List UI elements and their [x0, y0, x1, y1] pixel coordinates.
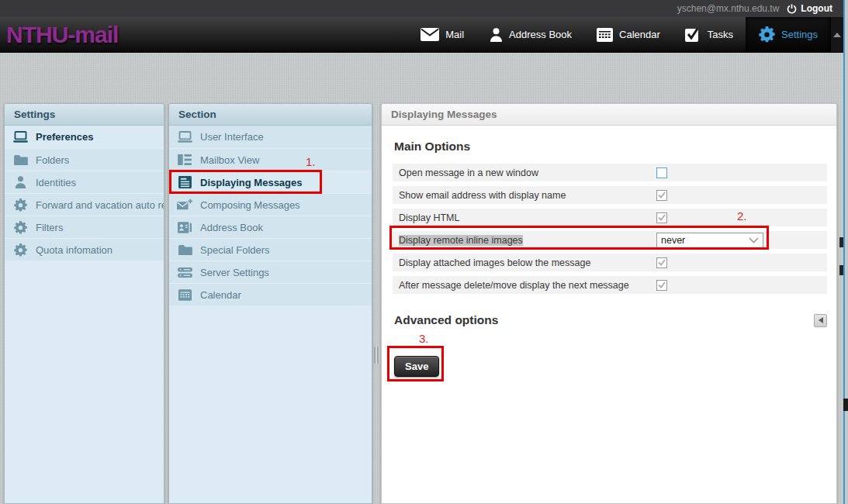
nav-label: Mail [445, 29, 464, 40]
content-panel: Displaying Messages Main Options Open me… [381, 103, 837, 504]
sidebar-item-identities[interactable]: Identities [5, 171, 164, 193]
gear-icon [12, 221, 28, 234]
item-label: Preferences [36, 131, 93, 143]
person-icon [489, 28, 503, 42]
display-attached-images-checkbox[interactable] [656, 257, 667, 268]
advanced-options-row: Advanced options [393, 313, 827, 327]
sidebar-item-folders[interactable]: Folders [5, 148, 164, 171]
display-html-checkbox[interactable] [656, 212, 667, 223]
section-item-composing-messages[interactable]: Composing Messages [169, 193, 372, 216]
item-label: Calendar [200, 289, 241, 301]
background-window-fragment [843, 399, 848, 411]
app-logo: NTHU-mail [6, 22, 118, 48]
settings-panel-title: Settings [5, 104, 164, 126]
nav-tab-calendar[interactable]: Calendar [584, 17, 673, 52]
option-row-display-html: Display HTML [393, 209, 827, 226]
top-bar: yschen@mx.nthu.edu.tw Logout [0, 0, 843, 17]
item-label: Forward and vacation auto re [36, 199, 164, 211]
sidebar-item-filters[interactable]: Filters [5, 216, 164, 238]
item-label: User Interface [200, 131, 264, 143]
settings-panel: Settings Preferences Folders Identities … [4, 103, 164, 504]
main-options-heading: Main Options [394, 140, 827, 154]
options-list: Open message in a new window Show email … [393, 164, 827, 294]
section-item-mailbox-view[interactable]: Mailbox View [169, 148, 372, 171]
calendar-icon [597, 28, 613, 42]
display-remote-images-select[interactable]: never [656, 233, 763, 248]
compose-icon [177, 198, 192, 211]
person-icon [12, 176, 28, 188]
item-label: Filters [36, 222, 63, 233]
option-row-display-remote-inline-images: Display remote inline images never [393, 231, 827, 249]
gear-icon [758, 26, 775, 43]
sidebar-item-preferences[interactable]: Preferences [5, 126, 164, 148]
section-item-user-interface[interactable]: User Interface [169, 126, 372, 148]
item-label: Special Folders [200, 244, 270, 256]
option-label: After message delete/move display the ne… [399, 280, 656, 291]
section-item-special-folders[interactable]: Special Folders [169, 238, 372, 261]
nav-label: Tasks [708, 29, 733, 40]
settings-list: Preferences Folders Identities Forward a… [5, 126, 164, 261]
section-item-calendar[interactable]: Calendar [169, 283, 372, 306]
main-navbar: NTHU-mail Mail Address Book Calendar Tas… [0, 17, 843, 53]
show-email-address-checkbox[interactable] [656, 190, 667, 201]
collapse-toolbar-button[interactable] [830, 17, 843, 52]
nav-tab-address-book[interactable]: Address Book [476, 17, 584, 52]
screen-edge-strip [845, 0, 848, 504]
chevron-left-icon [819, 317, 823, 323]
nav-label: Settings [781, 29, 818, 40]
panel-splitter[interactable] [374, 347, 379, 364]
section-list: User Interface Mailbox View Displaying M… [169, 126, 372, 306]
advanced-collapse-button[interactable] [814, 314, 827, 327]
nav-items: Mail Address Book Calendar Tasks Setting [408, 17, 830, 52]
option-label: Display attached images below the messag… [399, 257, 656, 268]
monitor-icon [177, 131, 192, 143]
folder-icon [177, 244, 192, 256]
option-row-show-email-address: Show email address with display name [393, 186, 827, 204]
section-item-displaying-messages[interactable]: Displaying Messages [169, 171, 372, 193]
item-label: Composing Messages [200, 199, 300, 211]
gear-icon [12, 198, 28, 212]
mail-icon [421, 28, 439, 41]
server-icon [177, 267, 192, 278]
sidebar-item-forward-vacation[interactable]: Forward and vacation auto re [5, 193, 164, 216]
item-label: Displaying Messages [200, 177, 303, 188]
section-panel: Section User Interface Mailbox View Disp… [168, 103, 372, 504]
section-item-address-book[interactable]: Address Book [169, 216, 372, 238]
option-label: Show email address with display name [399, 190, 656, 201]
nav-label: Address Book [509, 29, 572, 40]
option-row-display-attached-images: Display attached images below the messag… [393, 254, 827, 271]
contact-card-icon [177, 222, 192, 233]
item-label: Folders [36, 154, 69, 166]
chevron-up-icon [833, 33, 841, 37]
folder-icon [12, 154, 28, 166]
item-label: Quota infomation [36, 244, 112, 256]
columns-icon [177, 154, 192, 165]
document-icon [177, 176, 192, 188]
section-item-server-settings[interactable]: Server Settings [169, 261, 372, 283]
select-value: never [661, 235, 685, 246]
item-label: Server Settings [200, 267, 269, 278]
option-label: Open message in a new window [399, 167, 656, 178]
sidebar-item-quota-information[interactable]: Quota infomation [5, 238, 164, 261]
save-button[interactable]: Save [394, 356, 439, 377]
nav-tab-settings[interactable]: Settings [746, 17, 830, 52]
logout-label: Logout [801, 3, 832, 14]
power-icon [787, 4, 797, 14]
section-panel-title: Section [169, 104, 372, 126]
item-label: Identities [36, 177, 76, 188]
nav-tab-tasks[interactable]: Tasks [673, 17, 746, 52]
option-row-open-new-window: Open message in a new window [393, 164, 827, 181]
open-new-window-checkbox[interactable] [656, 167, 667, 178]
user-email: yschen@mx.nthu.edu.tw [677, 3, 780, 14]
logout-button[interactable]: Logout [787, 3, 832, 14]
option-label: Display HTML [399, 212, 656, 223]
window-edge-line [843, 0, 845, 504]
advanced-options-heading: Advanced options [394, 313, 498, 327]
content-panel-title: Displaying Messages [382, 104, 836, 126]
chevron-down-icon [749, 237, 759, 243]
option-label: Display remote inline images [399, 235, 656, 246]
after-delete-display-next-checkbox[interactable] [656, 280, 667, 291]
nav-tab-mail[interactable]: Mail [408, 17, 476, 52]
item-label: Mailbox View [200, 154, 259, 166]
tasks-icon [685, 27, 701, 42]
